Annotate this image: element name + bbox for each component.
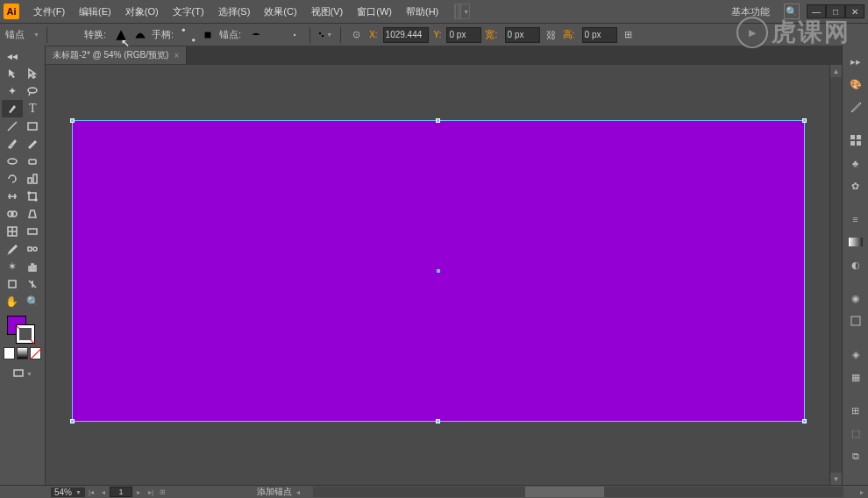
horizontal-scrollbar[interactable] [313, 487, 843, 497]
vertical-scrollbar[interactable]: ▲ ▼ [829, 65, 842, 485]
slice-tool[interactable] [23, 275, 44, 293]
screen-mode[interactable]: ▼ [2, 365, 43, 382]
zoom-selector[interactable]: 54%▼ [51, 487, 85, 497]
menu-select[interactable]: 选择(S) [211, 5, 258, 18]
direct-selection-tool[interactable] [23, 65, 44, 82]
brushes-panel-icon[interactable]: ♣ [845, 153, 866, 174]
pencil-tool[interactable] [23, 135, 44, 153]
eyedropper-tool[interactable] [2, 240, 23, 258]
hscroll-left-icon[interactable]: ◂ [292, 487, 304, 497]
link-wh-button[interactable]: ⛓ [544, 27, 559, 43]
maximize-button[interactable]: □ [826, 4, 845, 18]
hand-tool[interactable]: ✋ [2, 293, 23, 310]
type-tool[interactable]: T [23, 100, 44, 117]
scroll-up-icon[interactable]: ▲ [830, 65, 842, 77]
rectangle-tool[interactable] [23, 117, 44, 135]
layout-dropdown[interactable]: ▼ [454, 4, 470, 19]
perspective-tool[interactable] [23, 205, 44, 223]
graph-tool[interactable] [23, 258, 44, 275]
remove-anchor-button[interactable] [248, 27, 264, 43]
blend-tool[interactable] [23, 240, 44, 258]
x-value-input[interactable] [383, 27, 429, 43]
hscroll-right-icon[interactable]: ▸ [856, 487, 868, 497]
last-page-icon[interactable]: ▸| [145, 487, 157, 497]
pathfinder-panel-icon[interactable]: ⧉ [845, 445, 866, 466]
pixel-snap-button[interactable]: ⊞ [621, 27, 637, 43]
y-value-input[interactable] [446, 27, 481, 43]
width-tool[interactable] [2, 188, 23, 205]
kuler-panel-icon[interactable] [845, 96, 866, 117]
isolate-button[interactable]: ⊙ [348, 27, 364, 43]
convert-corner-button[interactable] [113, 27, 129, 43]
prev-page-icon[interactable]: ◂ [97, 487, 110, 497]
close-button[interactable]: ✕ [845, 4, 864, 18]
handle-hide-button[interactable] [200, 27, 216, 43]
menu-help[interactable]: 帮助(H) [399, 5, 445, 18]
gradient-tool[interactable] [23, 223, 44, 240]
workspace-switcher[interactable]: 基本功能 [724, 5, 777, 18]
color-panel-icon[interactable]: 🎨 [845, 74, 866, 95]
symbols-panel-icon[interactable]: ✿ [845, 175, 866, 196]
none-mode[interactable] [30, 347, 41, 359]
fill-stroke-swatches[interactable] [2, 310, 43, 345]
transform-panel-icon[interactable]: ⬚ [845, 423, 866, 444]
first-page-icon[interactable]: |◂ [85, 487, 97, 497]
menu-view[interactable]: 视图(V) [304, 5, 351, 18]
selection-tool[interactable] [2, 65, 23, 82]
menu-edit[interactable]: 编辑(E) [72, 5, 118, 18]
lasso-tool[interactable] [23, 82, 44, 100]
eraser-tool[interactable] [23, 153, 44, 170]
pen-tool[interactable] [2, 100, 23, 117]
cut-anchor-button[interactable] [287, 27, 302, 43]
magic-wand-tool[interactable]: ✦ [2, 82, 23, 100]
artboards-panel-icon[interactable]: ▦ [845, 366, 866, 388]
shape-builder-tool[interactable] [2, 205, 23, 223]
line-tool[interactable] [2, 117, 23, 135]
menu-file[interactable]: 文件(F) [26, 5, 72, 18]
artboard-nav-icon[interactable]: ⊞ [157, 487, 169, 497]
width-input[interactable] [505, 27, 540, 43]
free-transform-tool[interactable] [23, 188, 44, 205]
graphic-styles-panel-icon[interactable] [845, 310, 866, 331]
collapse-icon[interactable]: ◂◂ [2, 47, 23, 65]
mesh-tool[interactable] [2, 223, 23, 240]
symbol-sprayer-tool[interactable]: ✶ [2, 258, 23, 275]
handle-show-button[interactable] [181, 27, 196, 43]
gradient-panel-icon[interactable] [845, 231, 866, 253]
connect-anchor-button[interactable] [267, 27, 283, 43]
artboard-tool[interactable] [2, 275, 23, 293]
stroke-panel-icon[interactable]: ≡ [845, 209, 866, 230]
zoom-tool[interactable]: 🔍 [23, 293, 44, 310]
swatches-panel-icon[interactable] [845, 130, 866, 151]
document-tab[interactable]: 未标题-2* @ 54% (RGB/预览) × [46, 46, 187, 64]
menu-object[interactable]: 对象(O) [118, 5, 166, 18]
height-input[interactable] [582, 27, 617, 43]
expand-panels-icon[interactable]: ▸▸ [845, 51, 866, 72]
blob-brush-tool[interactable] [2, 153, 23, 170]
search-icon[interactable]: 🔍 [784, 4, 800, 19]
next-page-icon[interactable]: ▸ [132, 487, 145, 497]
svg-point-1 [192, 39, 195, 41]
paintbrush-tool[interactable] [2, 135, 23, 153]
menu-window[interactable]: 窗口(W) [350, 5, 399, 18]
tab-close-icon[interactable]: × [174, 51, 179, 60]
rotate-tool[interactable] [2, 170, 23, 188]
align-panel-icon[interactable]: ⊞ [845, 400, 866, 421]
stroke-swatch[interactable] [16, 324, 35, 344]
toolbox: ◂◂ ✦ T ✶ ✋🔍 ▼ [0, 46, 46, 485]
appearance-panel-icon[interactable]: ◉ [845, 288, 866, 309]
scale-tool[interactable] [23, 170, 44, 188]
menu-effect[interactable]: 效果(C) [257, 5, 303, 18]
align-button[interactable]: ▼ [317, 27, 333, 43]
page-input[interactable] [110, 487, 132, 497]
menu-type[interactable]: 文字(T) [166, 5, 211, 18]
color-mode[interactable] [4, 347, 15, 359]
transparency-panel-icon[interactable]: ◐ [845, 254, 866, 275]
scroll-down-icon[interactable]: ▼ [830, 473, 842, 485]
convert-smooth-button[interactable] [132, 27, 148, 43]
gradient-mode[interactable] [17, 347, 28, 359]
canvas[interactable] [46, 65, 829, 485]
layers-panel-icon[interactable]: ◈ [845, 344, 866, 365]
minimize-button[interactable]: — [807, 4, 826, 18]
selected-rectangle[interactable] [72, 120, 805, 422]
